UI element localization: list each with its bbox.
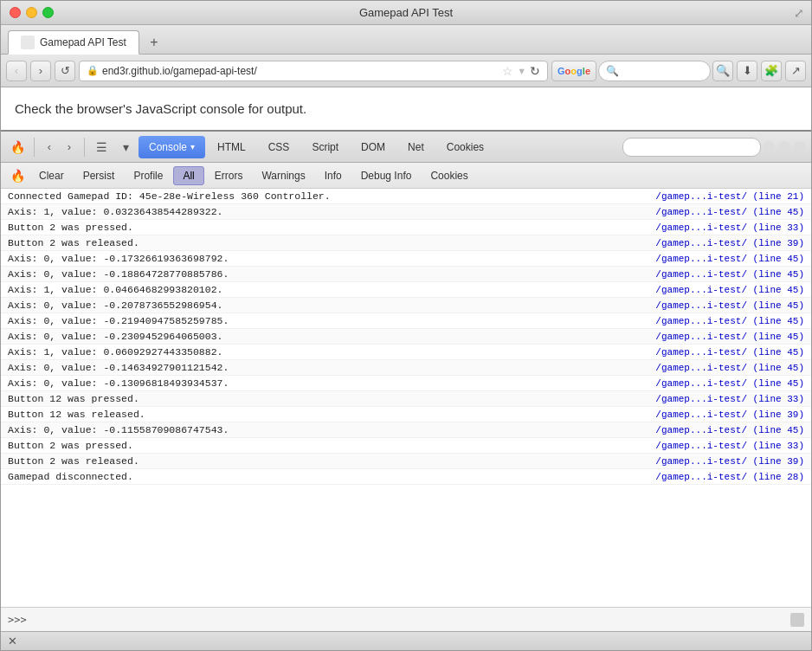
- tab-script[interactable]: Script: [301, 136, 349, 158]
- console-resize-handle[interactable]: [790, 613, 804, 627]
- filter-cookies-button[interactable]: Cookies: [422, 166, 476, 185]
- active-tab[interactable]: Gamepad API Test: [8, 30, 139, 55]
- console-source[interactable]: /gamep...i-test/ (line 45): [655, 316, 804, 326]
- devtools-forward-button[interactable]: ›: [60, 138, 79, 157]
- console-source[interactable]: /gamep...i-test/ (line 45): [655, 378, 804, 389]
- filter-debug-label: Debug Info: [361, 170, 412, 182]
- console-source[interactable]: /gamep...i-test/ (line 39): [655, 238, 804, 248]
- devtools-fire-icon[interactable]: 🔥: [6, 136, 29, 158]
- console-message: Button 2 was pressed.: [8, 222, 648, 233]
- console-source[interactable]: /gamep...i-test/ (line 45): [655, 207, 804, 217]
- console-source[interactable]: /gamep...i-test/ (line 45): [655, 254, 804, 264]
- table-row: Gamepad disconnected./gamep...i-test/ (l…: [1, 469, 811, 485]
- resize-icon: ⤢: [794, 6, 804, 20]
- tab-cookies[interactable]: Cookies: [436, 136, 494, 158]
- console-source[interactable]: /gamep...i-test/ (line 39): [655, 409, 804, 420]
- tab-net[interactable]: Net: [397, 136, 435, 158]
- console-input-field[interactable]: [32, 614, 790, 626]
- tab-net-label: Net: [408, 141, 424, 153]
- console-message: Button 2 was released.: [8, 455, 648, 467]
- devtools-menu-arrow-icon[interactable]: ▾: [114, 136, 137, 158]
- filter-cookies-label: Cookies: [430, 170, 467, 182]
- filter-info-button[interactable]: Info: [316, 166, 351, 185]
- forward-button[interactable]: ›: [30, 61, 51, 81]
- devtools-back-button[interactable]: ‹: [40, 138, 59, 157]
- addr-refresh-icon[interactable]: ↻: [530, 64, 540, 78]
- download-button[interactable]: ⬇: [737, 61, 757, 81]
- close-button[interactable]: [10, 7, 21, 18]
- tab-cookies-label: Cookies: [447, 141, 484, 153]
- bottom-close-button[interactable]: ✕: [8, 635, 17, 648]
- tab-css[interactable]: CSS: [258, 136, 300, 158]
- title-bar: Gamepad API Test ⤢: [1, 1, 811, 25]
- console-message: Axis: 0, value: -0.18864728770885786.: [8, 268, 648, 280]
- console-message: Button 12 was pressed.: [8, 393, 648, 404]
- table-row: Axis: 0, value: -0.2309452964065003./gam…: [1, 329, 811, 345]
- search-input[interactable]: 🔍: [598, 61, 711, 81]
- table-row: Axis: 1, value: 0.06092927443350882./gam…: [1, 345, 811, 360]
- devtools-close-gray[interactable]: [794, 141, 806, 153]
- console-message: Axis: 1, value: 0.03236438544289322.: [8, 206, 648, 217]
- console-source[interactable]: /gamep...i-test/ (line 45): [655, 425, 804, 435]
- filter-info-label: Info: [325, 170, 342, 182]
- console-message: Button 12 was released.: [8, 409, 648, 420]
- filter-profile-button[interactable]: Profile: [125, 166, 171, 185]
- table-row: Button 2 was released./gamep...i-test/ (…: [1, 454, 811, 469]
- devtools-toolbar: 🔥 ‹ › ☰ ▾ Console ▾ HTML CSS Script: [1, 132, 811, 163]
- tab-html[interactable]: HTML: [207, 136, 256, 158]
- minimize-button[interactable]: [26, 7, 37, 18]
- new-tab-button[interactable]: +: [143, 33, 165, 52]
- reload-button[interactable]: ↺: [55, 61, 75, 81]
- tab-bar: Gamepad API Test +: [1, 25, 811, 55]
- address-bar[interactable]: 🔒 end3r.github.io/gamepad-api-test/ ☆ ▼ …: [79, 61, 548, 81]
- filter-all-button[interactable]: All: [173, 166, 203, 185]
- page-content: Check the browser's JavaScript console f…: [1, 87, 811, 130]
- filter-debug-button[interactable]: Debug Info: [352, 166, 421, 185]
- devtools-search-input[interactable]: [622, 138, 761, 157]
- tab-css-label: CSS: [268, 141, 290, 153]
- tab-console[interactable]: Console ▾: [139, 136, 205, 158]
- back-button[interactable]: ‹: [6, 61, 27, 81]
- filter-errors-button[interactable]: Errors: [206, 166, 252, 185]
- maximize-button[interactable]: [42, 7, 54, 18]
- search-button[interactable]: 🔍: [712, 61, 733, 81]
- console-source[interactable]: /gamep...i-test/ (line 45): [655, 363, 804, 373]
- extension-button[interactable]: 🧩: [761, 61, 782, 81]
- table-row: Axis: 0, value: -0.11558709086747543./ga…: [1, 422, 811, 438]
- console-source[interactable]: /gamep...i-test/ (line 39): [655, 456, 804, 467]
- console-message: Axis: 1, value: 0.04664682993820102.: [8, 284, 648, 295]
- filter-warnings-button[interactable]: Warnings: [253, 166, 313, 185]
- console-source[interactable]: /gamep...i-test/ (line 45): [655, 269, 804, 280]
- console-source[interactable]: /gamep...i-test/ (line 45): [655, 347, 804, 358]
- share-button[interactable]: ↗: [785, 61, 806, 81]
- devtools-close-orange[interactable]: [778, 141, 790, 153]
- traffic-lights: [10, 7, 54, 18]
- table-row: Axis: 0, value: -0.17326619363698792./ga…: [1, 251, 811, 267]
- console-prompt: >>>: [8, 614, 27, 626]
- filter-clear-button[interactable]: Clear: [30, 166, 73, 185]
- tab-favicon: [21, 35, 35, 49]
- console-source[interactable]: /gamep...i-test/ (line 45): [655, 285, 804, 295]
- console-source[interactable]: /gamep...i-test/ (line 21): [655, 191, 804, 202]
- tab-dom[interactable]: DOM: [351, 136, 396, 158]
- console-source[interactable]: /gamep...i-test/ (line 45): [655, 332, 804, 342]
- console-message: Axis: 0, value: -0.17326619363698792.: [8, 253, 648, 264]
- console-source[interactable]: /gamep...i-test/ (line 28): [655, 472, 804, 482]
- filter-fire-icon[interactable]: 🔥: [6, 164, 29, 187]
- console-message: Gamepad disconnected.: [8, 471, 648, 482]
- console-source[interactable]: /gamep...i-test/ (line 33): [655, 394, 804, 404]
- console-source[interactable]: /gamep...i-test/ (line 45): [655, 300, 804, 311]
- lock-icon: 🔒: [87, 65, 99, 76]
- table-row: Axis: 0, value: -0.13096818493934537./ga…: [1, 376, 811, 391]
- devtools-panel: 🔥 ‹ › ☰ ▾ Console ▾ HTML CSS Script: [1, 130, 811, 631]
- console-message: Axis: 1, value: 0.06092927443350882.: [8, 346, 648, 358]
- devtools-menu-icon[interactable]: ☰: [90, 136, 113, 158]
- console-source[interactable]: /gamep...i-test/ (line 33): [655, 222, 804, 233]
- table-row: Button 12 was released./gamep...i-test/ …: [1, 407, 811, 422]
- devtools-close-red[interactable]: [763, 141, 775, 153]
- console-source[interactable]: /gamep...i-test/ (line 33): [655, 441, 804, 451]
- filter-persist-button[interactable]: Persist: [74, 166, 124, 185]
- page-text: Check the browser's JavaScript console f…: [15, 101, 797, 116]
- console-input-bar: >>>: [1, 607, 811, 631]
- filter-warnings-label: Warnings: [261, 170, 305, 182]
